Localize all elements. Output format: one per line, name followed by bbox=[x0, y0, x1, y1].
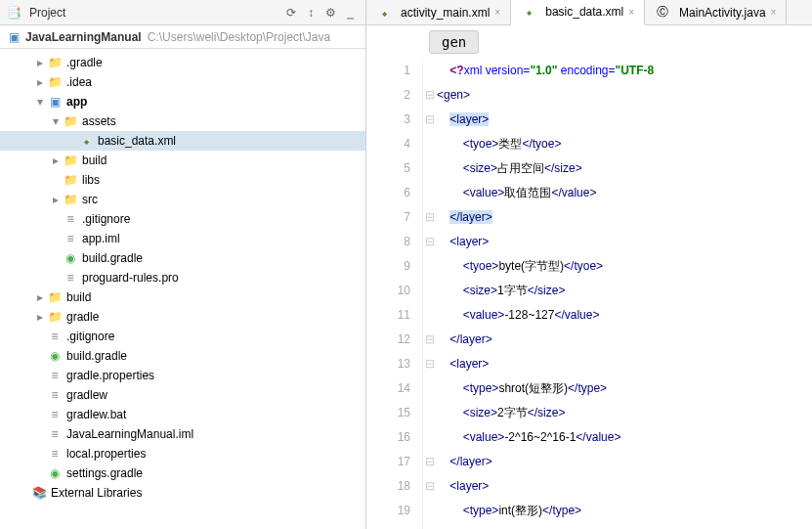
code-line[interactable]: <value>-2^16~2^16-1</value> bbox=[437, 425, 812, 450]
tree-node[interactable]: ◉settings.gradle bbox=[0, 463, 365, 483]
expand-arrow-icon[interactable]: ▸ bbox=[33, 56, 47, 69]
tree-node[interactable]: ▸📁src bbox=[0, 190, 365, 209]
fold-marker[interactable] bbox=[423, 181, 437, 205]
code-line[interactable]: <layer> bbox=[437, 230, 812, 254]
code-line[interactable]: </layer> bbox=[437, 450, 812, 474]
gear-icon[interactable]: ⚙ bbox=[321, 3, 340, 22]
code-line[interactable]: <layer> bbox=[437, 474, 812, 499]
file-icon: ◉ bbox=[63, 250, 78, 266]
project-icon: 📑 bbox=[6, 5, 21, 21]
code-line[interactable]: <type>int(整形)</type> bbox=[437, 499, 812, 523]
code-line[interactable]: <layer> bbox=[437, 352, 812, 376]
close-icon[interactable]: × bbox=[771, 7, 777, 18]
tree-node[interactable]: ⬥basic_data.xml bbox=[0, 131, 365, 151]
tree-node[interactable]: ≡gradlew.bat bbox=[0, 405, 365, 424]
fold-marker[interactable] bbox=[423, 303, 437, 328]
fold-marker[interactable] bbox=[423, 254, 437, 279]
fold-marker[interactable]: ⊟ bbox=[423, 230, 437, 254]
code-line[interactable]: </layer> bbox=[437, 205, 812, 230]
tree-node[interactable]: ◉build.gradle bbox=[0, 346, 365, 366]
fold-marker[interactable] bbox=[423, 401, 437, 425]
code-line[interactable]: <value>取值范围</value> bbox=[437, 181, 812, 205]
tree-node-label: gradlew bbox=[66, 388, 107, 402]
expand-arrow-icon[interactable]: ▸ bbox=[33, 75, 47, 89]
tree-node[interactable]: ▸📁.idea bbox=[0, 72, 365, 92]
tab-label: MainActivity.java bbox=[679, 6, 765, 20]
tree-node[interactable]: ▾📁assets bbox=[0, 111, 365, 131]
code-editor[interactable]: 12345678910111213141516171819 ⊟⊟ ⊟⊟ ⊟⊟ ⊟… bbox=[366, 59, 812, 529]
tab-label: basic_data.xml bbox=[545, 5, 623, 19]
tree-node[interactable]: 📁libs bbox=[0, 170, 365, 190]
fold-marker[interactable] bbox=[423, 499, 437, 523]
tree-node[interactable]: ≡proguard-rules.pro bbox=[0, 268, 365, 287]
code-line[interactable]: <value>-128~127</value> bbox=[437, 303, 812, 328]
code-line[interactable]: <gen> bbox=[437, 83, 812, 108]
code-line[interactable]: <layer> bbox=[437, 108, 812, 132]
editor-tab[interactable]: ⒸMainActivity.java× bbox=[645, 0, 787, 24]
code-line[interactable]: </layer> bbox=[437, 328, 812, 352]
line-number: 4 bbox=[366, 132, 410, 156]
tree-node[interactable]: ≡.gitignore bbox=[0, 209, 365, 229]
code-line[interactable]: <?xml version="1.0" encoding="UTF-8 bbox=[437, 59, 812, 83]
tree-node[interactable]: ▸📁gradle bbox=[0, 307, 365, 327]
tree-node[interactable]: ≡app.iml bbox=[0, 229, 365, 248]
fold-marker[interactable]: ⊟ bbox=[423, 328, 437, 352]
fold-marker[interactable] bbox=[423, 425, 437, 450]
tree-node[interactable]: ◉build.gradle bbox=[0, 248, 365, 268]
tree-node[interactable]: ≡gradle.properties bbox=[0, 366, 365, 385]
code-area[interactable]: <?xml version="1.0" encoding="UTF-8<gen>… bbox=[437, 59, 812, 529]
line-number: 18 bbox=[366, 474, 410, 499]
line-number: 9 bbox=[366, 254, 410, 279]
hide-icon[interactable]: ⎯ bbox=[340, 3, 360, 22]
fold-marker[interactable]: ⊟ bbox=[423, 474, 437, 499]
close-icon[interactable]: × bbox=[494, 7, 500, 18]
fold-column[interactable]: ⊟⊟ ⊟⊟ ⊟⊟ ⊟⊟ bbox=[423, 59, 437, 529]
fold-marker[interactable] bbox=[423, 59, 437, 83]
fold-marker[interactable]: ⊟ bbox=[423, 83, 437, 108]
expand-arrow-icon[interactable]: ▾ bbox=[49, 114, 63, 128]
fold-marker[interactable]: ⊟ bbox=[423, 352, 437, 376]
editor-tabs: ⬥activity_main.xml×⬥basic_data.xml×ⒸMain… bbox=[366, 0, 812, 25]
sync-icon[interactable]: ⟳ bbox=[281, 3, 301, 22]
breadcrumb-item[interactable]: gen bbox=[429, 30, 479, 54]
fold-marker[interactable]: ⊟ bbox=[423, 108, 437, 132]
tree-node[interactable]: ≡.gitignore bbox=[0, 327, 365, 346]
fold-marker[interactable] bbox=[423, 156, 437, 181]
code-line[interactable]: <size>占用空间</size> bbox=[437, 156, 812, 181]
expand-arrow-icon[interactable]: ▸ bbox=[33, 310, 47, 324]
editor-tab[interactable]: ⬥activity_main.xml× bbox=[366, 0, 511, 24]
fold-marker[interactable]: ⊟ bbox=[423, 450, 437, 474]
fold-marker[interactable] bbox=[423, 279, 437, 303]
tree-node[interactable]: ▸📁build bbox=[0, 287, 365, 307]
fold-marker[interactable] bbox=[423, 376, 437, 401]
expand-arrow-icon[interactable]: ▾ bbox=[33, 95, 47, 109]
expand-arrow-icon[interactable]: ▸ bbox=[49, 193, 63, 206]
code-line[interactable]: <size>2字节</size> bbox=[437, 401, 812, 425]
project-root-row[interactable]: ▣ JavaLearningManual C:\Users\weli\Deskt… bbox=[0, 25, 365, 49]
fold-marker[interactable]: ⊟ bbox=[423, 205, 437, 230]
tree-node[interactable]: ≡gradlew bbox=[0, 385, 365, 405]
collapse-icon[interactable]: ↕ bbox=[301, 3, 321, 22]
code-line[interactable]: <tyoe>byte(字节型)</tyoe> bbox=[437, 254, 812, 279]
close-icon[interactable]: × bbox=[628, 7, 634, 18]
file-icon: 📁 bbox=[47, 289, 63, 305]
tree-node[interactable]: ≡JavaLearningManual.iml bbox=[0, 424, 365, 444]
fold-marker[interactable] bbox=[423, 132, 437, 156]
code-line[interactable]: <size>1字节</size> bbox=[437, 279, 812, 303]
tree-node[interactable]: ▸📁.gradle bbox=[0, 53, 365, 72]
project-tree[interactable]: ▸📁.gradle▸📁.idea▾▣app▾📁assets⬥basic_data… bbox=[0, 49, 365, 529]
code-line[interactable]: <tyoe>类型</tyoe> bbox=[437, 132, 812, 156]
expand-arrow-icon[interactable]: ▸ bbox=[33, 290, 47, 304]
tree-node[interactable]: 📚External Libraries bbox=[0, 483, 365, 503]
line-number: 11 bbox=[366, 303, 410, 328]
project-header: 📑 Project ⟳ ↕ ⚙ ⎯ bbox=[0, 0, 365, 25]
tree-node[interactable]: ≡local.properties bbox=[0, 444, 365, 463]
editor-tab[interactable]: ⬥basic_data.xml× bbox=[511, 0, 645, 25]
expand-arrow-icon[interactable]: ▸ bbox=[49, 154, 63, 167]
tree-node[interactable]: ▸📁build bbox=[0, 151, 365, 170]
tree-node-label: build.gradle bbox=[66, 349, 127, 363]
tree-node[interactable]: ▾▣app bbox=[0, 92, 365, 111]
tree-node-label: assets bbox=[82, 114, 116, 128]
project-title: Project bbox=[25, 6, 281, 20]
code-line[interactable]: <type>shrot(短整形)</type> bbox=[437, 376, 812, 401]
